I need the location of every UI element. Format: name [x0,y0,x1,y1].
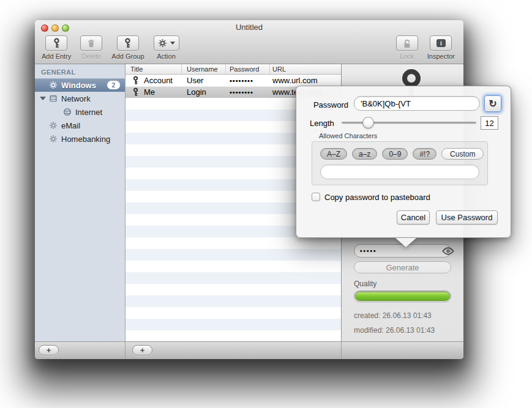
length-label: Length [310,119,334,128]
gear-icon [49,135,58,143]
column-header-title[interactable]: Title [126,64,182,74]
table-header: Title Username Password URL [126,64,341,75]
key-icon [133,87,138,97]
close-traffic-light[interactable] [41,24,48,32]
toolbar-add-group[interactable]: Add Group [111,35,144,60]
zoom-traffic-light[interactable] [62,24,69,32]
password-label: Password [310,100,348,109]
generated-password-input[interactable] [354,96,480,111]
toolbar: Add Entry Delete Add Group Acti [35,34,463,64]
toolbar-action[interactable]: Action [154,35,179,60]
entry-password-input[interactable] [360,248,442,254]
key-icon [133,76,138,85]
divider [125,342,126,359]
length-slider-thumb[interactable] [362,117,374,128]
count-badge: 2 [107,81,120,89]
add-entry-plus-button[interactable]: + [132,345,152,355]
column-header-password[interactable]: Password [226,64,270,74]
gear-icon [158,39,167,48]
regenerate-button[interactable]: ↻ [484,95,501,112]
globe-icon [63,108,72,116]
eye-icon[interactable] [442,247,454,255]
disclosure-triangle-icon[interactable] [40,97,46,100]
key-icon [53,38,60,48]
length-slider-track[interactable] [342,122,476,124]
toolbar-lock[interactable]: Lock [396,35,418,60]
charset-lowercase-toggle[interactable]: a–z [352,148,377,160]
sidebar-section-header: GENERAL [35,64,125,78]
window-chrome: Untitled Add Entry Delete Add Group [35,20,463,64]
sidebar-item-internet[interactable]: Internet [35,105,125,119]
copy-to-pasteboard-checkbox[interactable] [312,193,320,201]
copy-to-pasteboard-label: Copy password to pasteboard [324,193,430,202]
quality-label: Quality [354,280,377,288]
quality-progress-fill [355,292,450,301]
sidebar-item-email[interactable]: eMail [35,119,125,132]
charset-digits-toggle[interactable]: 0–9 [382,148,408,160]
length-value-input[interactable] [481,116,498,130]
sidebar: GENERAL Windows 2 Network Internet [35,64,126,341]
charset-uppercase-toggle[interactable]: A–Z [320,148,347,160]
refresh-icon: ↻ [489,98,496,109]
table-row[interactable]: Account User •••••••• www.url.com [126,75,341,86]
minimize-traffic-light[interactable] [51,24,59,32]
gear-icon [49,121,58,130]
bottom-bar: + + [35,341,463,359]
sidebar-item-homebanking[interactable]: Homebanking [35,132,125,146]
titlebar[interactable]: Untitled [35,20,463,34]
sidebar-item-network[interactable]: Network [35,92,125,105]
column-header-username[interactable]: Username [182,64,226,74]
quality-progress-bar [354,291,451,302]
sidebar-item-windows[interactable]: Windows 2 [35,78,125,92]
add-group-plus-button[interactable]: + [39,345,59,355]
divider [341,342,342,359]
password-generator-popover: Password ↻ Length Allowed Characters A–Z… [296,86,511,238]
allowed-characters-groupbox: A–Z a–z 0–9 #!? Custom [312,141,488,185]
allowed-characters-label: Allowed Characters [319,132,377,139]
modified-timestamp: modified: 26.06.13 01:43 [354,326,435,335]
generate-button[interactable]: Generate [354,261,451,273]
toolbar-inspector[interactable]: i Inspector [427,35,455,60]
gear-icon [49,81,58,89]
column-header-url[interactable]: URL [270,64,341,74]
key-icon [124,38,131,48]
padlock-open-icon [402,39,412,48]
toolbar-add-entry[interactable]: Add Entry [42,35,71,60]
popover-arrow [395,238,416,247]
window-title: Untitled [35,20,463,34]
charset-custom-toggle[interactable]: Custom [441,148,484,160]
chevron-down-icon [170,42,175,45]
use-password-button[interactable]: Use Password [436,210,498,224]
info-icon: i [436,39,446,47]
custom-characters-input[interactable] [320,165,479,179]
trash-icon [86,39,96,48]
created-timestamp: created: 26.06.13 01:43 [354,311,432,320]
screenshot-canvas: Untitled Add Entry Delete Add Group [0,0,532,408]
charset-symbols-toggle[interactable]: #!? [413,148,436,160]
toolbar-delete[interactable]: Delete [80,35,102,60]
cancel-button[interactable]: Cancel [397,210,430,224]
server-icon [49,94,58,103]
